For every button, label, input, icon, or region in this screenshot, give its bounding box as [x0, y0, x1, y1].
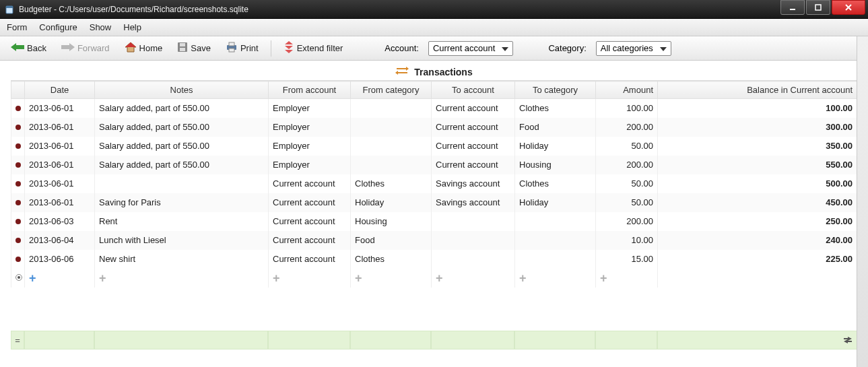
cell-amount[interactable]: 50.00: [596, 193, 658, 212]
cell-amount[interactable]: 100.00: [596, 99, 658, 118]
extend-filter-button[interactable]: Extend filter: [281, 40, 346, 57]
table-row[interactable]: 2013-06-01Salary added, part of 550.00Em…: [11, 99, 857, 118]
cell-amount[interactable]: 15.00: [596, 250, 658, 269]
cell-balance[interactable]: 450.00: [658, 193, 857, 212]
cell-from-category[interactable]: Clothes: [351, 250, 432, 269]
table-row[interactable]: 2013-06-01Saving for ParisCurrent accoun…: [11, 193, 857, 212]
cell-date[interactable]: 2013-06-01: [25, 99, 95, 118]
cell-to-category[interactable]: Clothes: [515, 99, 596, 118]
cell-balance[interactable]: 500.00: [658, 174, 857, 193]
cell-from-account[interactable]: Current account: [269, 250, 351, 269]
col-amount[interactable]: Amount: [596, 81, 658, 99]
cell-to-account[interactable]: [432, 212, 515, 231]
cell-to-account[interactable]: Savings account: [432, 193, 515, 212]
save-button[interactable]: Save: [174, 40, 213, 56]
cell-to-account[interactable]: Current account: [432, 118, 515, 137]
plus-icon[interactable]: +: [29, 271, 36, 285]
cell-notes[interactable]: Lunch with Liesel: [95, 231, 269, 250]
cell-notes[interactable]: New shirt: [95, 250, 269, 269]
cell-to-account[interactable]: Current account: [432, 137, 515, 156]
cell-from-account[interactable]: Current account: [269, 212, 351, 231]
menu-configure[interactable]: Configure: [39, 22, 77, 32]
menu-help[interactable]: Help: [123, 22, 141, 32]
cell-date[interactable]: 2013-06-06: [25, 250, 95, 269]
table-row[interactable]: 2013-06-01Salary added, part of 550.00Em…: [11, 156, 857, 174]
cell-notes[interactable]: Salary added, part of 550.00: [95, 99, 269, 118]
cell-date[interactable]: 2013-06-04: [25, 231, 95, 250]
cell-from-account[interactable]: Employer: [269, 156, 351, 174]
cell-from-account[interactable]: Current account: [269, 174, 351, 193]
col-marker[interactable]: [11, 81, 25, 99]
cell-notes[interactable]: [95, 174, 269, 193]
cell-balance[interactable]: 350.00: [658, 137, 857, 156]
cell-from-account[interactable]: Employer: [269, 118, 351, 137]
new-row[interactable]: + + + + + + +: [11, 269, 857, 288]
cell-from-category[interactable]: [351, 118, 432, 137]
cell-amount[interactable]: 200.00: [596, 212, 658, 231]
cell-notes[interactable]: Saving for Paris: [95, 193, 269, 212]
vertical-scrollbar[interactable]: [857, 36, 868, 367]
collapse-icon[interactable]: [843, 337, 853, 343]
cell-balance[interactable]: 550.00: [658, 156, 857, 174]
cell-from-category[interactable]: Housing: [351, 212, 432, 231]
cell-balance[interactable]: 300.00: [658, 118, 857, 137]
plus-icon[interactable]: +: [436, 271, 443, 285]
col-balance[interactable]: Balance in Current account: [658, 81, 857, 99]
cell-date[interactable]: 2013-06-01: [25, 118, 95, 137]
plus-icon[interactable]: +: [99, 271, 106, 285]
cell-notes[interactable]: Rent: [95, 212, 269, 231]
col-to-category[interactable]: To category: [515, 81, 596, 99]
cell-from-category[interactable]: Food: [351, 231, 432, 250]
print-button[interactable]: Print: [223, 40, 261, 56]
cell-from-account[interactable]: Employer: [269, 137, 351, 156]
cell-to-account[interactable]: Current account: [432, 156, 515, 174]
table-row[interactable]: 2013-06-01Salary added, part of 550.00Em…: [11, 118, 857, 137]
cell-balance[interactable]: 100.00: [658, 99, 857, 118]
cell-to-category[interactable]: Housing: [515, 156, 596, 174]
cell-from-account[interactable]: Current account: [269, 193, 351, 212]
table-row[interactable]: 2013-06-06New shirtCurrent accountClothe…: [11, 250, 857, 269]
col-notes[interactable]: Notes: [95, 81, 269, 99]
close-button[interactable]: [832, 0, 865, 15]
cell-balance[interactable]: 225.00: [658, 250, 857, 269]
cell-amount[interactable]: 50.00: [596, 137, 658, 156]
cell-to-account[interactable]: Savings account: [432, 174, 515, 193]
account-combo[interactable]: Current account: [428, 41, 514, 56]
home-button[interactable]: Home: [122, 40, 166, 56]
minimize-button[interactable]: [780, 0, 805, 15]
cell-date[interactable]: 2013-06-03: [25, 212, 95, 231]
col-from-category[interactable]: From category: [351, 81, 432, 99]
cell-to-account[interactable]: [432, 231, 515, 250]
cell-to-category[interactable]: Holiday: [515, 193, 596, 212]
menu-show[interactable]: Show: [90, 22, 112, 32]
cell-date[interactable]: 2013-06-01: [25, 193, 95, 212]
table-row[interactable]: 2013-06-03RentCurrent accountHousing200.…: [11, 212, 857, 231]
maximize-button[interactable]: [806, 0, 830, 15]
col-to-account[interactable]: To account: [432, 81, 515, 99]
cell-amount[interactable]: 10.00: [596, 231, 658, 250]
cell-notes[interactable]: Salary added, part of 550.00: [95, 137, 269, 156]
plus-icon[interactable]: +: [273, 271, 280, 285]
cell-from-category[interactable]: [351, 99, 432, 118]
cell-to-category[interactable]: Holiday: [515, 137, 596, 156]
cell-from-account[interactable]: Current account: [269, 231, 351, 250]
cell-notes[interactable]: Salary added, part of 550.00: [95, 118, 269, 137]
cell-from-category[interactable]: Holiday: [351, 193, 432, 212]
plus-icon[interactable]: +: [519, 271, 527, 285]
cell-to-account[interactable]: [432, 250, 515, 269]
menu-form[interactable]: Form: [7, 22, 27, 32]
col-date[interactable]: Date: [25, 81, 95, 99]
cell-amount[interactable]: 200.00: [596, 118, 658, 137]
table-row[interactable]: 2013-06-01Salary added, part of 550.00Em…: [11, 137, 857, 156]
cell-to-category[interactable]: Food: [515, 118, 596, 137]
plus-icon[interactable]: +: [600, 271, 607, 285]
table-row[interactable]: 2013-06-04Lunch with LieselCurrent accou…: [11, 231, 857, 250]
cell-from-category[interactable]: [351, 137, 432, 156]
cell-amount[interactable]: 200.00: [596, 156, 658, 174]
cell-balance[interactable]: 240.00: [658, 231, 857, 250]
cell-date[interactable]: 2013-06-01: [25, 156, 95, 174]
cell-from-account[interactable]: Employer: [269, 99, 351, 118]
plus-icon[interactable]: +: [355, 271, 362, 285]
cell-date[interactable]: 2013-06-01: [25, 137, 95, 156]
cell-balance[interactable]: 250.00: [658, 212, 857, 231]
